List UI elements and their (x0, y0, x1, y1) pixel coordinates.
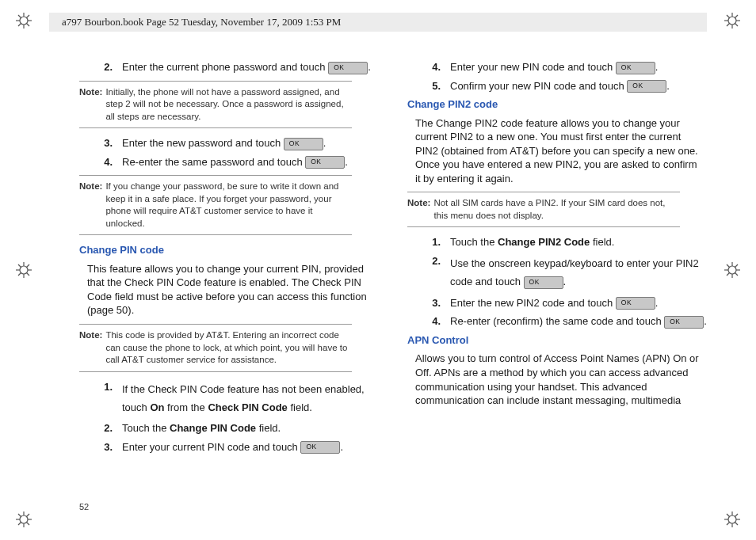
page-header-text: a797 Bourbon.book Page 52 Tuesday, Novem… (62, 16, 341, 29)
list-body: Enter your current PIN code and touch OK… (122, 440, 380, 454)
list-item: 2. Use the onscreen keypad/keyboard to e… (407, 254, 708, 291)
note-block: Note: If you change your password, be su… (79, 181, 352, 230)
text-run: . (345, 156, 348, 168)
ok-button[interactable]: OK (300, 441, 340, 454)
divider (79, 127, 352, 128)
svg-line-8 (18, 24, 21, 27)
divider (79, 81, 352, 82)
divider (79, 234, 352, 235)
svg-line-17 (727, 24, 730, 27)
divider (407, 192, 680, 192)
list-item: 1. If the Check PIN Code feature has not… (79, 380, 380, 417)
svg-line-34 (735, 264, 739, 268)
text-run: . (655, 297, 659, 309)
svg-line-44 (18, 523, 21, 526)
list-item: 2. Touch the Change PIN Code field. (79, 421, 380, 435)
text-run: Touch the (450, 236, 498, 248)
text-run: . (368, 61, 371, 73)
list-body: Touch the Change PIN2 Code field. (450, 235, 708, 249)
text-run: Touch the (122, 422, 170, 434)
text-run: . (563, 276, 567, 287)
text-run: . (655, 61, 659, 73)
list-item: 4. Re-enter the same password and touch … (79, 155, 380, 169)
note-label: Note: (79, 86, 105, 124)
ok-button[interactable]: OK (664, 316, 704, 329)
svg-line-43 (27, 514, 30, 517)
page-header-banner: a797 Bourbon.book Page 52 Tuesday, Novem… (49, 13, 707, 32)
list-number: 3. (407, 296, 450, 310)
svg-line-14 (727, 15, 730, 18)
list-item: 3. Enter the new password and touch OK. (79, 136, 380, 150)
list-body: Touch the Change PIN Code field. (122, 421, 380, 435)
list-item: 3. Enter your current PIN code and touch… (79, 440, 380, 454)
text-run: Enter your current PIN code and touch (122, 441, 300, 453)
ok-button[interactable]: OK (305, 156, 345, 169)
note-label: Note: (79, 181, 105, 230)
note-label: Note: (79, 329, 105, 367)
text-run: . (704, 315, 707, 327)
text-run: field. (590, 236, 614, 248)
svg-line-24 (27, 273, 30, 276)
section-heading-apn-control: APN Control (407, 333, 708, 348)
svg-line-51 (735, 523, 739, 526)
list-item: 4. Re-enter (reconfirm) the same code an… (407, 314, 708, 329)
left-column: 2. Enter the current phone password and … (79, 57, 380, 492)
ok-button[interactable]: OK (284, 138, 323, 150)
list-number: 4. (407, 60, 450, 74)
ok-button[interactable]: OK (616, 297, 655, 310)
list-body: Enter the new password and touch OK. (122, 136, 380, 150)
note-block: Note: Not all SIM cards have a PIN2. If … (407, 197, 680, 222)
text-run: field. (256, 422, 281, 434)
svg-line-53 (727, 523, 730, 526)
svg-line-33 (735, 273, 739, 276)
list-item: 4. Enter your new PIN code and touch OK. (407, 60, 708, 74)
svg-line-16 (735, 15, 739, 18)
text-run: Enter the new password and touch (122, 137, 284, 149)
svg-line-50 (727, 514, 730, 517)
svg-line-42 (27, 523, 30, 526)
text-run: . (323, 137, 326, 149)
page-content: 2. Enter the current phone password and … (79, 57, 708, 492)
text-run: from the (164, 401, 208, 413)
paragraph: Allows you to turn control of Access Poi… (415, 352, 704, 407)
ok-button[interactable]: OK (524, 276, 563, 289)
section-heading-change-pin: Change PIN code (79, 243, 380, 257)
crop-mark-icon (723, 11, 742, 30)
page-number: 52 (79, 502, 89, 511)
list-body: Re-enter (reconfirm) the same code and t… (450, 314, 708, 329)
list-number: 2. (407, 254, 450, 291)
text-run: Enter your new PIN code and touch (450, 61, 616, 73)
svg-line-5 (18, 15, 21, 18)
svg-line-41 (18, 514, 21, 517)
ok-button[interactable]: OK (328, 62, 368, 74)
list-item: 3. Enter the new PIN2 code and touch OK. (407, 296, 708, 310)
list-body: Enter the current phone password and tou… (122, 60, 380, 74)
list-number: 2. (79, 60, 122, 74)
list-body: Re-enter the same password and touch OK. (122, 155, 380, 169)
list-body: Enter the new PIN2 code and touch OK. (450, 296, 708, 310)
bold-text: Change PIN Code (170, 422, 256, 434)
bold-text: Check PIN Code (208, 401, 287, 413)
crop-mark-icon (14, 260, 33, 280)
crop-mark-icon (14, 11, 33, 30)
divider (79, 371, 352, 372)
paragraph: This feature allows you to change your c… (87, 262, 376, 318)
svg-line-25 (27, 264, 30, 268)
note-block: Note: Initially, the phone will not have… (79, 86, 352, 124)
text-run: Enter the current phone password and tou… (122, 61, 328, 73)
note-label: Note: (407, 197, 433, 222)
list-body: Use the onscreen keypad/keyboard to ente… (450, 254, 708, 291)
text-run: Re-enter (reconfirm) the same code and t… (450, 315, 664, 327)
list-number: 4. (407, 314, 450, 329)
note-text: This code is provided by AT&T. Entering … (105, 329, 352, 367)
ok-button[interactable]: OK (616, 62, 655, 74)
text-run: field. (288, 401, 312, 413)
bold-text: On (150, 401, 164, 413)
text-run: Confirm your new PIN code and touch (450, 80, 627, 92)
svg-line-15 (735, 24, 739, 27)
text-run: . (666, 80, 670, 92)
list-number: 3. (79, 440, 122, 454)
text-run: Use the onscreen keypad/keyboard to ente… (450, 257, 699, 287)
ok-button[interactable]: OK (627, 80, 666, 93)
list-number: 5. (407, 79, 450, 93)
